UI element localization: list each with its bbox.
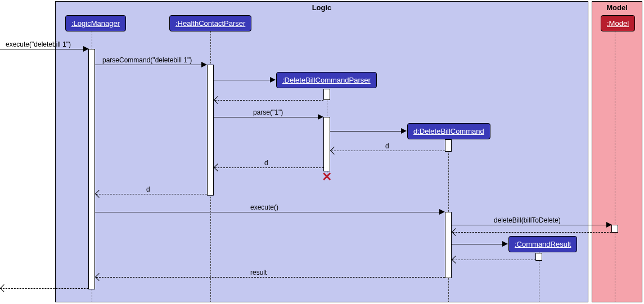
arrowhead-execute2 [439,209,445,215]
arrowhead-parse-command [201,62,207,67]
arrow-return-d1 [331,151,445,151]
activation-command-result [535,253,542,261]
participant-logic-manager: :LogicManager [65,15,126,31]
activation-health-contact-parser [207,65,214,196]
arrow-create-command [330,131,406,131]
arrow-execute2 [95,212,444,212]
destroy-icon: ✕ [322,170,332,184]
msg-execute1: execute("deletebill 1") [6,40,71,48]
arrowhead-create-parser [270,77,276,83]
msg-d2: d [264,159,268,167]
activation-delete-bill-command-1 [445,139,452,152]
msg-parse: parse("1") [253,108,283,116]
arrow-create-result [452,244,507,244]
arrow-return-d2 [215,167,323,168]
arrowhead-execute1 [83,46,89,52]
arrow-return-caller [0,288,88,289]
lifeline-model [615,31,615,302]
arrowhead-delete-bill [606,222,612,228]
arrow-return-command-result [453,260,535,260]
arrow-parse [214,117,322,117]
msg-parse-command: parseCommand("deletebill 1") [102,56,192,64]
arrow-return-d3 [96,194,207,194]
msg-result: result [250,269,267,276]
frame-model-label: Model [592,2,642,13]
activation-delete-bill-command-2 [445,212,452,278]
participant-model: :Model [601,15,635,31]
frame-logic-label: Logic [56,2,588,13]
arrow-result [96,277,445,278]
arrowhead-return-caller [0,284,8,292]
arrow-delete-bill [452,225,611,225]
msg-d3: d [146,185,150,193]
frame-logic: Logic [55,1,588,302]
msg-execute2: execute() [250,203,278,211]
msg-delete-bill: deleteBill(billToDelete) [494,216,561,224]
arrowhead-parse [318,114,323,120]
arrowhead-create-result [502,241,508,247]
activation-logic-manager [88,49,95,289]
arrow-return-model [453,232,611,233]
arrowhead-create-command [401,128,407,134]
activation-model [611,225,618,233]
arrow-return-parser-create [215,100,323,101]
participant-health-contact-parser: :HealthContactParser [169,15,251,31]
participant-delete-bill-parser: :DeleteBillCommandParser [276,72,377,88]
arrow-create-parser [214,80,274,80]
activation-delete-bill-parser-1 [323,89,330,100]
msg-d1: d [385,142,389,150]
activation-delete-bill-parser-2 [323,117,330,171]
participant-command-result: :CommandResult [508,236,577,252]
participant-delete-bill-command: d:DeleteBillCommand [407,123,490,139]
arrow-execute1 [0,49,87,49]
frame-model: Model [592,1,642,302]
arrow-parse-command [95,65,206,65]
